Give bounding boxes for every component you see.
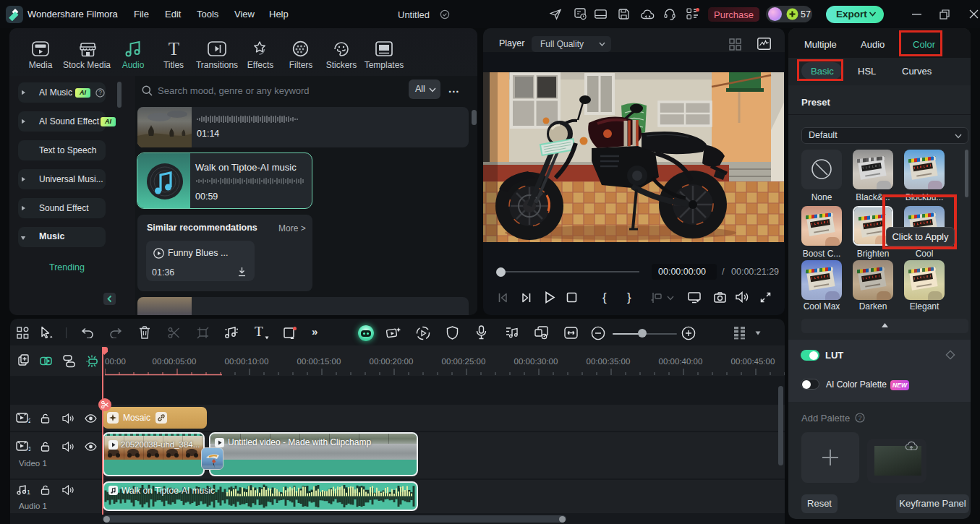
svg-text:1: 1 — [27, 489, 30, 496]
svg-text:?: ? — [98, 89, 102, 96]
svg-text:2: 2 — [28, 417, 30, 424]
svg-text:1: 1 — [28, 445, 30, 452]
svg-text:?: ? — [858, 414, 861, 421]
